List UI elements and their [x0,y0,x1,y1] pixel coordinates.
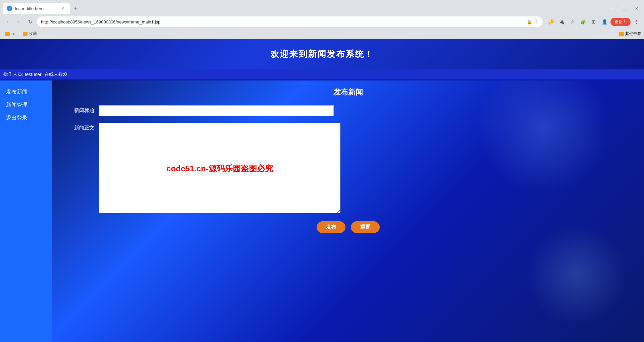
window-close-button[interactable]: ✕ [632,4,641,13]
title-form-row: 新闻标题: [65,105,631,116]
forward-button[interactable]: › [14,17,23,26]
banner-title: 欢迎来到新闻发布系统！ [270,49,374,59]
other-bookmarks-folder-icon [619,32,624,36]
top-banner: 欢迎来到新闻发布系统！ [0,39,644,69]
other-bookmarks-label[interactable]: 其他书签 [625,31,641,37]
toolbar-actions: 🔑 🔌 ☆ 🧩 ⊞ 👤 更新！ ⋮ [546,17,641,26]
browser-toolbar: ‹ › ↻ http://localhost:8056/news_1690008… [0,15,644,29]
address-text: http://localhost:8056/news_169000806/new… [41,19,524,24]
sidebar-item-logout[interactable]: 退出登录 [3,113,49,123]
browser-titlebar: i Insert title here ✕ + — ⬜ ✕ [0,0,644,15]
main-layout: 发布新闻 新闻管理 退出登录 发布新闻 新闻标题: 新闻正文: cod [0,80,644,342]
menu-icon[interactable]: ⋮ [632,17,641,26]
browser-tab[interactable]: i Insert title here ✕ [3,3,70,14]
reset-button[interactable]: 重置 [351,221,380,233]
lock-icon: 🔒 [527,19,532,24]
bookmarks-bar: rx 收藏 其他书签 [0,29,644,39]
star-icon[interactable]: ☆ [535,19,539,24]
password-icon[interactable]: 🔑 [546,17,555,26]
sidebar: 发布新闻 新闻管理 退出登录 [0,80,52,342]
title-label: 新闻标题: [65,105,96,114]
form-title: 发布新闻 [65,87,631,97]
news-title-input[interactable] [99,105,334,116]
address-bar[interactable]: http://localhost:8056/news_169000806/new… [37,16,543,27]
extensions-icon[interactable]: 🧩 [578,17,588,26]
folder-icon [23,32,28,36]
submit-button[interactable]: 发布 [317,221,345,233]
username-display: testuser [25,72,42,77]
folder-icon [5,32,10,36]
content-form-row: 新闻正文: code51.cn-源码乐园盗图必究 [65,123,631,215]
tab-title: Insert title here [15,6,57,11]
operator-label: 操作人员: [3,71,23,77]
back-button[interactable]: ‹ [3,17,12,26]
sidebar-toggle-icon[interactable]: ⊞ [589,17,598,26]
news-content-textarea[interactable] [99,123,340,213]
bookmark-favorites-label: 收藏 [29,31,37,37]
tab-favicon-icon: i [7,6,12,11]
extension-icon[interactable]: 🔌 [557,17,566,26]
bookmark-rx-label: rx [11,32,15,36]
status-bar: 操作人员: testuser 在线人数:0 [0,69,644,79]
window-maximize-button[interactable]: ⬜ [620,4,629,13]
profile-icon[interactable]: 👤 [600,17,609,26]
textarea-wrapper: code51.cn-源码乐园盗图必究 [99,123,340,215]
bookmarks-right: 其他书签 [619,31,641,37]
content-label: 新闻正文: [65,123,96,131]
bookmark-icon[interactable]: ☆ [568,17,577,26]
update-button[interactable]: 更新！ [610,18,631,26]
browser-chrome: i Insert title here ✕ + — ⬜ ✕ ‹ › ↻ http… [0,0,644,39]
tab-close-button[interactable]: ✕ [60,5,66,11]
sidebar-item-publish-news[interactable]: 发布新闻 [3,87,49,97]
sidebar-item-news-management[interactable]: 新闻管理 [3,100,49,110]
window-controls: — ⬜ ✕ [608,4,641,13]
refresh-button[interactable]: ↻ [25,17,35,26]
bookmark-rx[interactable]: rx [3,31,17,37]
online-count: 在线人数:0 [44,71,67,77]
buttons-row: 发布 重置 [65,221,631,233]
bookmark-favorites[interactable]: 收藏 [20,30,40,37]
new-tab-button[interactable]: + [71,4,80,13]
content-area: 发布新闻 新闻标题: 新闻正文: code51.cn-源码乐园盗图必究 发布 重… [52,80,644,342]
page-content: 欢迎来到新闻发布系统！ 操作人员: testuser 在线人数:0 发布新闻 新… [0,39,644,342]
window-minimize-button[interactable]: — [608,4,617,13]
